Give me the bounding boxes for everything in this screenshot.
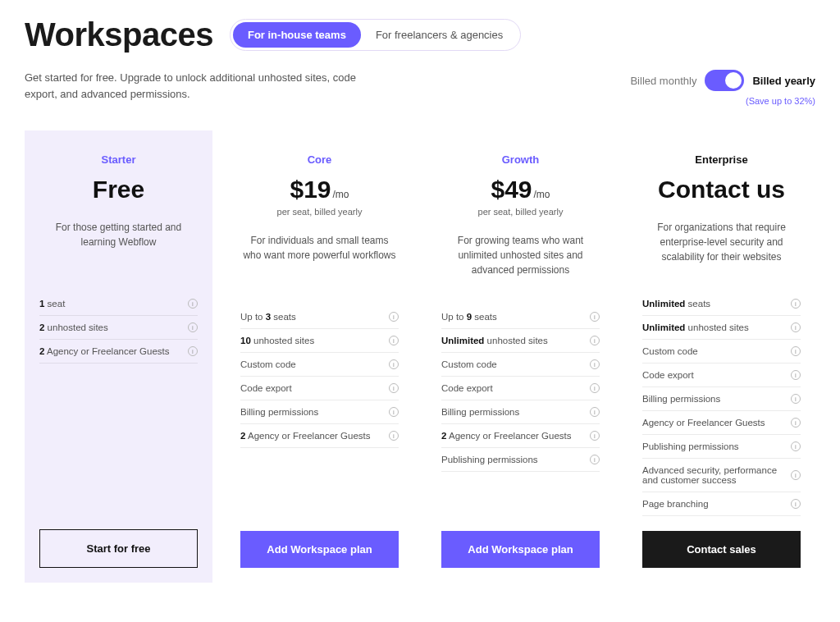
plan-name: Growth xyxy=(441,153,600,166)
info-icon[interactable]: i xyxy=(791,370,801,380)
feature-row: Billing permissionsi xyxy=(240,400,399,424)
feature-row: Unlimited unhosted sitesi xyxy=(642,316,801,340)
feature-list: Up to 9 seatsiUnlimited unhosted sitesiC… xyxy=(441,305,600,516)
feature-row: Unlimited unhosted sitesi xyxy=(441,329,600,353)
info-icon[interactable]: i xyxy=(791,394,801,404)
info-icon[interactable]: i xyxy=(389,359,399,369)
feature-row: Page branchingi xyxy=(642,492,801,516)
plan-price: $49/mo xyxy=(441,176,600,204)
info-icon[interactable]: i xyxy=(389,312,399,322)
plan-price-sub: per seat, billed yearly xyxy=(240,207,399,217)
feature-text: Custom code xyxy=(441,359,497,369)
feature-text: Code export xyxy=(441,383,493,393)
plan-starter: StarterFreeFor those getting started and… xyxy=(25,130,212,583)
plan-description: For those getting started and learning W… xyxy=(39,220,198,268)
billing-switch[interactable] xyxy=(705,70,744,91)
plan-description: For individuals and small teams who want… xyxy=(240,233,399,281)
feature-text: 10 unhosted sites xyxy=(240,336,314,345)
feature-row: Billing permissionsi xyxy=(441,400,600,424)
feature-text: 2 Agency or Freelancer Guests xyxy=(39,346,170,356)
plan-core: Core$19/moper seat, billed yearlyFor ind… xyxy=(226,130,413,583)
plan-price: Contact us xyxy=(642,176,801,204)
audience-freelancers[interactable]: For freelancers & agencies xyxy=(361,22,518,48)
feature-text: Code export xyxy=(240,383,292,393)
feature-text: Publishing permissions xyxy=(642,441,739,451)
info-icon[interactable]: i xyxy=(590,407,600,417)
feature-text: Unlimited seats xyxy=(642,299,710,309)
feature-row: 2 Agency or Freelancer Guestsi xyxy=(39,340,198,364)
info-icon[interactable]: i xyxy=(188,322,198,332)
info-icon[interactable]: i xyxy=(791,441,801,451)
feature-text: Unlimited unhosted sites xyxy=(642,322,749,332)
feature-row: 1 seati xyxy=(39,292,198,316)
feature-text: Custom code xyxy=(642,346,698,356)
cta-starter[interactable]: Start for free xyxy=(39,529,198,568)
feature-text: Up to 9 seats xyxy=(441,312,497,322)
cta-enterprise[interactable]: Contact sales xyxy=(642,531,801,568)
feature-text: Billing permissions xyxy=(441,407,519,417)
feature-text: Custom code xyxy=(240,359,296,369)
info-icon[interactable]: i xyxy=(791,470,801,480)
plan-name: Enterprise xyxy=(642,153,801,166)
plan-price-sub: per seat, billed yearly xyxy=(441,207,600,217)
feature-row: Billing permissionsi xyxy=(642,387,801,411)
info-icon[interactable]: i xyxy=(590,431,600,441)
feature-row: Agency or Freelancer Guestsi xyxy=(642,411,801,435)
cta-growth[interactable]: Add Workspace plan xyxy=(441,531,600,568)
feature-text: Publishing permissions xyxy=(441,455,538,464)
audience-inhouse[interactable]: For in-house teams xyxy=(233,22,361,48)
feature-text: Agency or Freelancer Guests xyxy=(642,418,765,428)
feature-row: 2 unhosted sitesi xyxy=(39,316,198,340)
plan-enterprise: EnterpriseContact usFor organizations th… xyxy=(628,130,815,583)
feature-list: Up to 3 seatsi10 unhosted sitesiCustom c… xyxy=(240,305,399,516)
plan-description: For growing teams who want unlimited unh… xyxy=(441,233,600,281)
plan-description: For organizations that require enterpris… xyxy=(642,220,801,268)
feature-text: 2 Agency or Freelancer Guests xyxy=(240,431,371,441)
info-icon[interactable]: i xyxy=(188,346,198,356)
feature-text: Up to 3 seats xyxy=(240,312,296,322)
feature-text: Page branching xyxy=(642,499,709,509)
feature-text: Billing permissions xyxy=(240,407,318,417)
info-icon[interactable]: i xyxy=(590,336,600,345)
plan-growth: Growth$49/moper seat, billed yearlyFor g… xyxy=(427,130,614,583)
cta-core[interactable]: Add Workspace plan xyxy=(240,531,399,568)
info-icon[interactable]: i xyxy=(791,499,801,509)
feature-row: Advanced security, performance and custo… xyxy=(642,459,801,492)
plan-name: Starter xyxy=(39,153,198,166)
billed-yearly-label[interactable]: Billed yearly xyxy=(752,75,815,87)
feature-text: 2 unhosted sites xyxy=(39,322,108,332)
plan-price: Free xyxy=(39,176,198,204)
feature-text: Advanced security, performance and custo… xyxy=(642,465,784,485)
feature-list: 1 seati2 unhosted sitesi2 Agency or Free… xyxy=(39,292,198,515)
info-icon[interactable]: i xyxy=(791,418,801,428)
feature-row: 2 Agency or Freelancer Guestsi xyxy=(441,424,600,448)
feature-row: 10 unhosted sitesi xyxy=(240,329,399,353)
feature-row: Custom codei xyxy=(441,353,600,377)
feature-row: Publishing permissionsi xyxy=(642,435,801,459)
info-icon[interactable]: i xyxy=(791,346,801,356)
feature-row: Custom codei xyxy=(642,340,801,364)
plan-name: Core xyxy=(240,153,399,166)
info-icon[interactable]: i xyxy=(791,322,801,332)
feature-text: 1 seat xyxy=(39,299,65,309)
feature-row: Code exporti xyxy=(240,377,399,400)
save-note: (Save up to 32%) xyxy=(630,96,815,106)
info-icon[interactable]: i xyxy=(389,383,399,393)
info-icon[interactable]: i xyxy=(590,312,600,322)
info-icon[interactable]: i xyxy=(590,383,600,393)
feature-row: Unlimited seatsi xyxy=(642,292,801,316)
info-icon[interactable]: i xyxy=(389,407,399,417)
audience-toggle: For in-house teams For freelancers & age… xyxy=(230,19,521,51)
plan-price: $19/mo xyxy=(240,176,399,204)
feature-text: Billing permissions xyxy=(642,394,720,404)
feature-row: Code exporti xyxy=(642,364,801,387)
info-icon[interactable]: i xyxy=(590,359,600,369)
billed-monthly-label[interactable]: Billed monthly xyxy=(630,75,696,87)
info-icon[interactable]: i xyxy=(188,299,198,309)
feature-text: Code export xyxy=(642,370,694,380)
feature-row: Up to 9 seatsi xyxy=(441,305,600,329)
info-icon[interactable]: i xyxy=(590,455,600,464)
info-icon[interactable]: i xyxy=(791,299,801,309)
info-icon[interactable]: i xyxy=(389,431,399,441)
info-icon[interactable]: i xyxy=(389,336,399,345)
